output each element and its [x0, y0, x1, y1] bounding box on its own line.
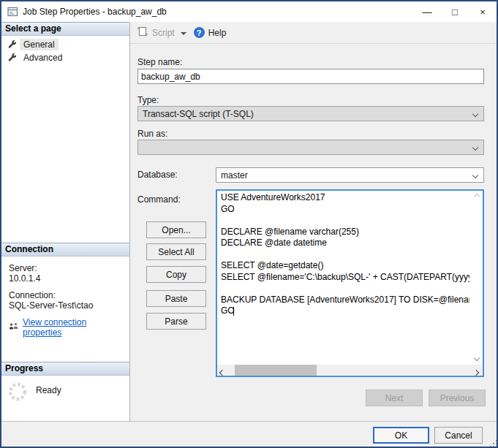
connection-value: SQL-Server-Test\ctao — [9, 300, 127, 311]
progress-info: Ready — [1, 376, 129, 421]
job-step-properties-dialog: Job Step Properties - backup_aw_db — □ ×… — [0, 0, 498, 448]
view-connection-properties-link[interactable]: View connection properties — [23, 317, 127, 338]
paste-button[interactable]: Paste — [146, 290, 206, 307]
progress-status: Ready — [36, 385, 61, 395]
command-label: Command: — [137, 194, 181, 205]
parse-button[interactable]: Parse — [146, 313, 206, 330]
script-button[interactable]: Script — [152, 28, 175, 38]
step-name-label: Step name: — [137, 57, 182, 67]
footer: OK Cancel — [1, 421, 497, 447]
select-a-page-panel: Select a page General Advanced — [1, 22, 129, 243]
horizontal-scrollbar-thumb[interactable] — [235, 365, 317, 376]
sidebar-item-label: Advanced — [20, 52, 66, 64]
connection-info: Server: 10.0.1.4 Connection: SQL-Server-… — [1, 257, 129, 362]
cancel-button[interactable]: Cancel — [434, 427, 483, 444]
database-dropdown[interactable]: master — [216, 167, 484, 183]
database-value: master — [221, 170, 248, 181]
progress-header: Progress — [1, 362, 129, 376]
previous-button[interactable]: Previous — [429, 390, 486, 406]
connection-panel: Connection Server: 10.0.1.4 Connection: … — [1, 243, 129, 362]
window-icon — [7, 7, 18, 17]
spinner-ring-icon — [7, 381, 28, 404]
database-label: Database: — [137, 170, 178, 180]
select-all-button[interactable]: Select All — [146, 243, 206, 260]
maximize-button[interactable]: □ — [441, 1, 469, 22]
chevron-down-icon — [472, 111, 478, 117]
view-connection-properties-row: View connection properties — [9, 317, 127, 338]
step-name-input[interactable] — [137, 69, 484, 84]
sidebar-item-advanced[interactable]: Advanced — [1, 51, 129, 64]
sidebar-item-general[interactable]: General — [1, 38, 129, 51]
people-connection-icon — [9, 322, 19, 333]
wrench-icon — [7, 53, 16, 64]
help-question-icon: ? — [194, 27, 205, 38]
window-title: Job Step Properties - backup_aw_db — [23, 7, 167, 17]
chevron-down-icon — [472, 172, 478, 178]
scroll-left-icon[interactable] — [220, 367, 226, 373]
run-as-label: Run as: — [137, 129, 167, 139]
horizontal-scrollbar[interactable] — [217, 365, 483, 376]
minimize-button[interactable]: — — [413, 1, 441, 22]
type-dropdown[interactable]: Transact-SQL script (T-SQL) — [137, 106, 484, 121]
resize-grip[interactable] — [493, 443, 494, 444]
wrench-icon — [7, 39, 16, 50]
script-scroll-icon — [137, 26, 148, 39]
server-value: 10.0.1.4 — [9, 273, 127, 284]
title-bar: Job Step Properties - backup_aw_db — □ × — [1, 1, 497, 22]
help-button[interactable]: Help — [208, 28, 227, 38]
connection-header: Connection — [1, 243, 129, 257]
open-button[interactable]: Open... — [146, 221, 206, 238]
select-a-page-header: Select a page — [1, 22, 129, 36]
page-tree: General Advanced — [1, 36, 129, 243]
progress-panel: Progress Ready — [1, 362, 129, 421]
sidebar-item-label: General — [20, 39, 59, 50]
sidebar: Select a page General Advanced Connectio… — [1, 22, 130, 421]
type-label: Type: — [137, 95, 159, 105]
close-button[interactable]: × — [469, 1, 497, 22]
scroll-down-icon[interactable] — [474, 355, 480, 361]
main-area: Script ? Help Step name: Type: Transact-… — [130, 22, 497, 421]
window-controls: — □ × — [413, 1, 497, 22]
server-label: Server: — [9, 263, 127, 273]
run-as-dropdown[interactable] — [137, 140, 484, 155]
toolbar: Script ? Help — [130, 22, 497, 44]
scroll-right-icon[interactable] — [474, 367, 480, 373]
next-button[interactable]: Next — [366, 390, 423, 406]
scroll-up-icon[interactable] — [474, 194, 480, 200]
chevron-down-icon — [472, 145, 478, 151]
script-dropdown-icon[interactable] — [181, 32, 186, 35]
command-editor[interactable]: USE AdventureWorks2017 GO DECLARE @filen… — [216, 189, 484, 377]
copy-button[interactable]: Copy — [146, 266, 206, 283]
text-caret — [233, 307, 234, 316]
connection-label: Connection: — [9, 290, 127, 300]
type-value: Transact-SQL script (T-SQL) — [143, 109, 254, 119]
command-text[interactable]: USE AdventureWorks2017 GO DECLARE @filen… — [221, 192, 469, 363]
ok-button[interactable]: OK — [373, 427, 429, 444]
